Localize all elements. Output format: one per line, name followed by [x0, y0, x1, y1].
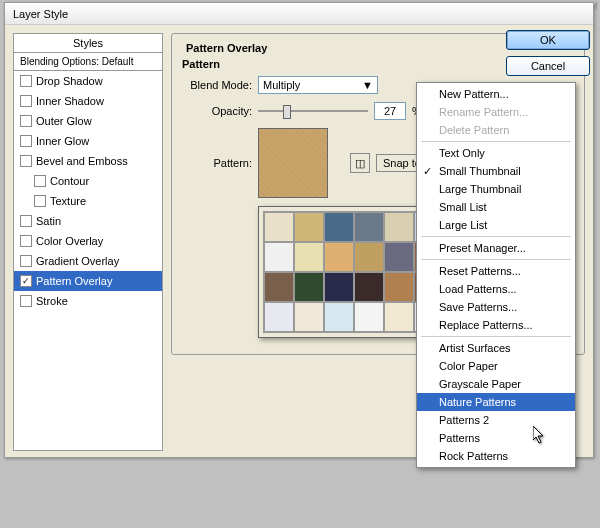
checkbox[interactable]	[20, 215, 32, 227]
menu-item-small-list[interactable]: Small List	[417, 198, 575, 216]
checkbox[interactable]	[20, 135, 32, 147]
menu-item-rock-patterns[interactable]: Rock Patterns	[417, 447, 575, 465]
blendmode-select[interactable]: Multiply ▼	[258, 76, 378, 94]
menu-separator	[421, 236, 571, 237]
checkbox[interactable]	[20, 115, 32, 127]
pattern-thumb[interactable]	[294, 302, 324, 332]
menu-item-text-only[interactable]: Text Only	[417, 144, 575, 162]
group-title: Pattern Overlay	[182, 42, 271, 54]
checkbox[interactable]	[20, 95, 32, 107]
pattern-swatch[interactable]	[258, 128, 328, 198]
menu-item-color-paper[interactable]: Color Paper	[417, 357, 575, 375]
check-icon: ✓	[423, 165, 432, 178]
new-preset-icon[interactable]: ◫	[350, 153, 370, 173]
styles-list: Drop ShadowInner ShadowOuter GlowInner G…	[13, 71, 163, 451]
pattern-thumb[interactable]	[324, 302, 354, 332]
style-item-outer-glow[interactable]: Outer Glow	[14, 111, 162, 131]
titlebar: Layer Style	[5, 3, 593, 25]
menu-item-reset-patterns-[interactable]: Reset Patterns...	[417, 262, 575, 280]
checkbox[interactable]	[20, 295, 32, 307]
style-item-inner-shadow[interactable]: Inner Shadow	[14, 91, 162, 111]
style-label: Stroke	[36, 295, 68, 307]
style-item-stroke[interactable]: Stroke	[14, 291, 162, 311]
pattern-thumb[interactable]	[264, 302, 294, 332]
dialog-buttons: OK Cancel	[506, 30, 590, 76]
pattern-thumb[interactable]	[384, 212, 414, 242]
chevron-down-icon: ▼	[362, 79, 373, 91]
style-label: Texture	[50, 195, 86, 207]
style-item-bevel-and-emboss[interactable]: Bevel and Emboss	[14, 151, 162, 171]
pattern-thumb[interactable]	[354, 242, 384, 272]
pattern-thumb[interactable]	[354, 212, 384, 242]
title-text: Layer Style	[13, 8, 68, 20]
opacity-slider[interactable]	[258, 104, 368, 118]
menu-item-grayscale-paper[interactable]: Grayscale Paper	[417, 375, 575, 393]
checkbox[interactable]	[34, 195, 46, 207]
style-label: Inner Shadow	[36, 95, 104, 107]
pattern-thumb[interactable]	[384, 272, 414, 302]
pattern-thumb[interactable]	[264, 272, 294, 302]
menu-item-new-pattern-[interactable]: New Pattern...	[417, 85, 575, 103]
menu-item-large-list[interactable]: Large List	[417, 216, 575, 234]
menu-item-nature-patterns[interactable]: Nature Patterns	[417, 393, 575, 411]
pattern-thumb[interactable]	[324, 212, 354, 242]
style-item-gradient-overlay[interactable]: Gradient Overlay	[14, 251, 162, 271]
checkbox[interactable]	[20, 75, 32, 87]
menu-separator	[421, 336, 571, 337]
checkbox[interactable]: ✓	[20, 275, 32, 287]
menu-item-artist-surfaces[interactable]: Artist Surfaces	[417, 339, 575, 357]
menu-item-patterns-2[interactable]: Patterns 2	[417, 411, 575, 429]
style-item-pattern-overlay[interactable]: ✓Pattern Overlay	[14, 271, 162, 291]
pattern-thumb[interactable]	[294, 242, 324, 272]
menu-item-preset-manager-[interactable]: Preset Manager...	[417, 239, 575, 257]
style-item-drop-shadow[interactable]: Drop Shadow	[14, 71, 162, 91]
style-item-texture[interactable]: Texture	[14, 191, 162, 211]
style-label: Gradient Overlay	[36, 255, 119, 267]
ok-button[interactable]: OK	[506, 30, 590, 50]
checkbox[interactable]	[20, 155, 32, 167]
pattern-thumb[interactable]	[384, 242, 414, 272]
style-item-contour[interactable]: Contour	[14, 171, 162, 191]
checkbox[interactable]	[20, 255, 32, 267]
style-label: Outer Glow	[36, 115, 92, 127]
pattern-thumb[interactable]	[264, 242, 294, 272]
cancel-button[interactable]: Cancel	[506, 56, 590, 76]
menu-item-patterns[interactable]: Patterns	[417, 429, 575, 447]
menu-item-rename-pattern-: Rename Pattern...	[417, 103, 575, 121]
menu-item-load-patterns-[interactable]: Load Patterns...	[417, 280, 575, 298]
menu-item-save-patterns-[interactable]: Save Patterns...	[417, 298, 575, 316]
menu-separator	[421, 141, 571, 142]
pattern-thumb[interactable]	[354, 302, 384, 332]
style-label: Drop Shadow	[36, 75, 103, 87]
style-item-inner-glow[interactable]: Inner Glow	[14, 131, 162, 151]
menu-item-delete-pattern: Delete Pattern	[417, 121, 575, 139]
pattern-thumb[interactable]	[264, 212, 294, 242]
blendmode-label: Blend Mode:	[182, 79, 252, 91]
pattern-thumb[interactable]	[324, 272, 354, 302]
pattern-thumb[interactable]	[294, 212, 324, 242]
style-label: Inner Glow	[36, 135, 89, 147]
pattern-context-menu: New Pattern...Rename Pattern...Delete Pa…	[416, 82, 576, 468]
pattern-thumb[interactable]	[324, 242, 354, 272]
checkbox[interactable]	[20, 235, 32, 247]
pattern-thumb[interactable]	[354, 272, 384, 302]
style-label: Bevel and Emboss	[36, 155, 128, 167]
blending-options-row[interactable]: Blending Options: Default	[13, 53, 163, 71]
style-item-color-overlay[interactable]: Color Overlay	[14, 231, 162, 251]
style-label: Color Overlay	[36, 235, 103, 247]
pattern-label: Pattern:	[182, 157, 252, 169]
styles-panel: Styles Blending Options: Default Drop Sh…	[13, 33, 163, 449]
pattern-thumb[interactable]	[384, 302, 414, 332]
style-item-satin[interactable]: Satin	[14, 211, 162, 231]
checkbox[interactable]	[34, 175, 46, 187]
menu-item-replace-patterns-[interactable]: Replace Patterns...	[417, 316, 575, 334]
menu-item-small-thumbnail[interactable]: ✓Small Thumbnail	[417, 162, 575, 180]
menu-separator	[421, 259, 571, 260]
style-label: Contour	[50, 175, 89, 187]
style-label: Satin	[36, 215, 61, 227]
pattern-thumb[interactable]	[294, 272, 324, 302]
opacity-value[interactable]: 27	[374, 102, 406, 120]
blendmode-value: Multiply	[263, 79, 300, 91]
menu-item-large-thumbnail[interactable]: Large Thumbnail	[417, 180, 575, 198]
styles-header[interactable]: Styles	[13, 33, 163, 53]
